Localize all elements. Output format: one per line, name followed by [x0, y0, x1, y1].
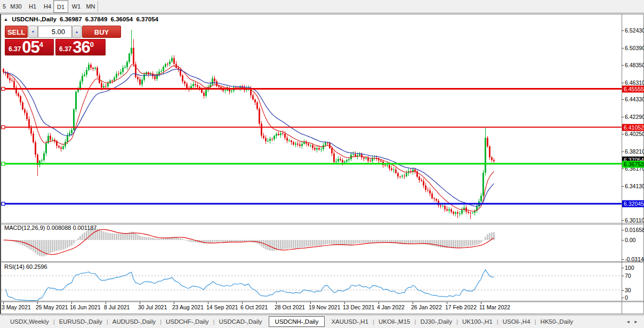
candle-body: [133, 48, 134, 65]
candle-body: [444, 206, 446, 209]
candle-body: [308, 143, 309, 145]
volume-decrease-icon[interactable]: ▼: [28, 26, 38, 38]
macd-histogram-bar: [363, 240, 365, 243]
tab-scroll-right-icon[interactable]: ▸: [632, 319, 640, 324]
candle-body: [429, 190, 431, 194]
macd-histogram-bar: [433, 240, 435, 246]
chart-tab-usdchf-daily[interactable]: USDCHF-,Daily: [162, 318, 213, 325]
candle-body: [372, 158, 373, 162]
hline-anchor[interactable]: [2, 162, 5, 165]
candle-body: [90, 65, 92, 68]
timeframe-button-W1[interactable]: W1: [69, 0, 83, 13]
timeframe-button-D1[interactable]: D1: [53, 0, 68, 13]
hline-anchor[interactable]: [2, 87, 5, 91]
date-axis-label: 6 Oct 2021: [240, 304, 268, 310]
tab-scroll-left-icon[interactable]: ◂: [624, 319, 632, 324]
macd-histogram-bar: [203, 240, 205, 244]
candle-body: [421, 180, 422, 181]
hline-anchor[interactable]: [2, 126, 5, 129]
candle-body: [197, 85, 198, 87]
hline-anchor[interactable]: [2, 202, 5, 205]
macd-histogram-bar: [482, 240, 484, 241]
chart-tab-eurusd-daily[interactable]: EURUSD-,Daily: [55, 318, 106, 325]
macd-histogram-bar: [378, 240, 380, 242]
timeframe-button-M30[interactable]: M30: [7, 0, 25, 13]
candle-body: [369, 161, 371, 162]
candle-body: [205, 90, 207, 96]
macd-histogram-bar: [301, 240, 303, 247]
chart-tab-dj30-daily[interactable]: DJ30-,Daily: [416, 318, 455, 325]
macd-histogram-bar: [472, 240, 473, 246]
sell-price-box[interactable]: 6.37 05 4: [5, 39, 54, 55]
macd-histogram-bar: [62, 240, 64, 250]
macd-histogram-bar: [297, 240, 299, 248]
macd-histogram-bar: [436, 240, 437, 246]
candle-body: [218, 86, 220, 87]
macd-histogram-bar: [214, 240, 215, 242]
chart-tab-hk50-daily[interactable]: HK50-,Daily: [537, 318, 577, 325]
buy-button[interactable]: BUY: [82, 26, 121, 38]
chart-tab-xauusd-h1[interactable]: XAUUSD-,H1: [327, 318, 372, 325]
macd-histogram-bar: [237, 240, 239, 242]
chart-tab-usdcad-daily[interactable]: USDCAD-,Daily: [215, 318, 265, 325]
macd-histogram-bar: [73, 240, 75, 243]
candle-body: [114, 78, 115, 81]
chart-tab-usdcnh-daily[interactable]: USDCNH-,Daily: [269, 316, 325, 327]
candle-body: [252, 95, 254, 100]
volume-increase-icon[interactable]: ▲: [72, 26, 82, 38]
buy-price-box[interactable]: 6.37 36 0: [55, 39, 106, 55]
candle-body: [276, 134, 277, 136]
macd-histogram-bar: [348, 240, 350, 245]
price-scale-label: 6.44330: [625, 96, 644, 102]
candle-body: [355, 154, 356, 156]
candle-body: [22, 102, 23, 109]
chart-tab-audusd-daily[interactable]: AUDUSD-,Daily: [109, 318, 159, 325]
candle-body: [282, 133, 284, 134]
candle-body: [363, 157, 365, 158]
date-axis-label: 4 Jan 2022: [377, 304, 405, 310]
candle-body: [331, 148, 333, 154]
timeframe-button-H1[interactable]: H1: [26, 0, 39, 13]
macd-histogram-bar: [284, 240, 286, 249]
macd-histogram-bar: [190, 240, 192, 242]
chart-tab-usdx-weekly[interactable]: USDX,Weekly: [6, 318, 53, 325]
candle-body: [160, 71, 162, 71]
macd-histogram-bar: [47, 240, 49, 254]
candle-body: [344, 162, 345, 163]
macd-histogram-bar: [476, 240, 478, 245]
macd-histogram-bar: [346, 240, 348, 245]
macd-histogram-bar: [84, 233, 85, 240]
timeframe-button-H4[interactable]: H4: [41, 0, 54, 13]
collapse-chart-icon[interactable]: ▲: [4, 17, 8, 22]
candle-body: [320, 149, 322, 150]
macd-histogram-bar: [316, 240, 318, 246]
candle-body: [171, 58, 173, 61]
macd-histogram-bar: [60, 240, 62, 250]
timeframe-button-MN[interactable]: MN: [83, 0, 98, 13]
candle-body: [86, 70, 87, 75]
candle-body: [436, 199, 437, 201]
macd-histogram-bar: [152, 238, 154, 240]
chart-tab-uk100-h1[interactable]: UK100-,H1: [458, 318, 496, 325]
chart-tab-usoil-h4[interactable]: USOil-,H4: [499, 318, 534, 325]
candle-body: [335, 162, 337, 162]
macd-histogram-bar: [178, 237, 179, 240]
chart-tab-ukoil-m15[interactable]: UKOil-,M15: [375, 318, 414, 325]
ohlc-close: 6.37054: [136, 16, 158, 22]
candle-body: [284, 134, 286, 138]
candle-body: [184, 82, 186, 84]
candle-body: [461, 210, 463, 214]
price-scale-label: 6.52430: [625, 27, 644, 34]
indicator-scale-label: 0.00: [625, 237, 635, 243]
candle-body: [348, 159, 350, 160]
macd-histogram-bar: [293, 240, 294, 249]
macd-histogram-bar: [52, 240, 53, 252]
macd-histogram-bar: [186, 240, 188, 241]
chart-symbol-label: USDCNH-,Daily: [12, 16, 57, 22]
timeframe-button-5[interactable]: 5: [1, 0, 7, 13]
sell-button[interactable]: SELL: [5, 26, 28, 38]
indicator-scale-label: 30: [625, 287, 631, 293]
macd-histogram-bar: [137, 235, 139, 240]
macd-histogram-bar: [75, 240, 77, 241]
volume-input[interactable]: 5.00: [38, 26, 72, 38]
